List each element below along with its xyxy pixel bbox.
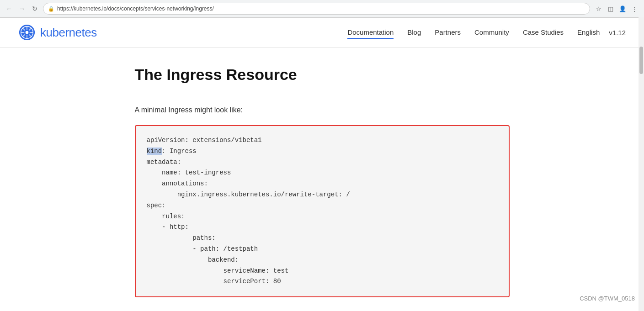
lock-icon: 🔒 <box>48 6 54 12</box>
page-title: The Ingress Resource <box>135 66 510 84</box>
code-line-5: annotations: <box>147 180 208 187</box>
code-line-12: backend: <box>147 256 239 264</box>
menu-button[interactable]: ⋮ <box>629 4 639 14</box>
nav-item-english[interactable]: English <box>577 28 600 37</box>
nav-link-community[interactable]: Community <box>474 28 509 36</box>
code-line-2: kind: Ingress <box>147 148 197 155</box>
browser-actions: ☆ ◫ 👤 ⋮ <box>594 4 639 14</box>
main-content: The Ingress Resource A minimal Ingress m… <box>0 47 644 311</box>
code-line-3: metadata: <box>147 158 181 166</box>
code-line-7: spec: <box>147 202 166 209</box>
site-logo[interactable]: kubernetes <box>18 24 97 41</box>
browser-chrome: ← → ↻ 🔒 https://kubernetes.io/docs/conce… <box>0 0 644 18</box>
code-block: apiVersion: extensions/v1beta1 kind: Ing… <box>147 135 498 287</box>
nav-item-community[interactable]: Community <box>474 28 509 37</box>
nav-links: Documentation Blog Partners Community Ca… <box>347 28 600 37</box>
reload-button[interactable]: ↻ <box>30 4 39 13</box>
code-line-14: servicePort: 80 <box>147 278 281 285</box>
nav-link-partners[interactable]: Partners <box>435 28 461 36</box>
code-block-wrapper: apiVersion: extensions/v1beta1 kind: Ing… <box>135 125 510 297</box>
intro-text: A minimal Ingress might look like: <box>135 106 510 114</box>
code-highlight-kind: kind <box>147 148 162 155</box>
forward-button[interactable]: → <box>17 4 27 13</box>
nav-item-blog[interactable]: Blog <box>407 28 421 37</box>
code-line-1: apiVersion: extensions/v1beta1 <box>147 137 262 144</box>
code-line-4: name: test-ingress <box>147 169 231 176</box>
watermark: CSDN @TWM_0518 <box>580 295 635 302</box>
code-line-13: serviceName: test <box>147 267 289 274</box>
scrollbar-track <box>639 17 644 311</box>
code-line-11: - path: /testpath <box>147 245 258 253</box>
logo-text: kubernetes <box>40 26 97 40</box>
nav-item-case-studies[interactable]: Case Studies <box>523 28 564 37</box>
page-content-area: The Ingress Resource A minimal Ingress m… <box>117 47 528 311</box>
page-title-divider <box>135 92 510 92</box>
nav-link-case-studies[interactable]: Case Studies <box>523 28 564 36</box>
nav-link-english[interactable]: English <box>577 28 600 36</box>
bookmark-star-button[interactable]: ☆ <box>594 4 604 14</box>
site-navbar: kubernetes Documentation Blog Partners C… <box>0 18 644 47</box>
code-line-8: rules: <box>147 213 185 220</box>
nav-item-documentation[interactable]: Documentation <box>347 28 394 37</box>
nav-item-partners[interactable]: Partners <box>435 28 461 37</box>
nav-version: v1.12 <box>609 29 626 37</box>
code-line-10: paths: <box>147 234 216 242</box>
address-bar[interactable]: 🔒 https://kubernetes.io/docs/concepts/se… <box>43 3 590 15</box>
url-text: https://kubernetes.io/docs/concepts/serv… <box>57 5 214 12</box>
nav-link-blog[interactable]: Blog <box>407 28 421 36</box>
svg-point-10 <box>26 31 29 34</box>
extensions-button[interactable]: ◫ <box>606 4 616 14</box>
code-line-6: nginx.ingress.kubernetes.io/rewrite-targ… <box>147 191 350 198</box>
user-profile-button[interactable]: 👤 <box>617 4 628 14</box>
browser-toolbar: ← → ↻ 🔒 https://kubernetes.io/docs/conce… <box>0 0 644 17</box>
nav-link-documentation[interactable]: Documentation <box>347 28 394 39</box>
back-button[interactable]: ← <box>5 4 14 13</box>
scrollbar-thumb[interactable] <box>639 47 643 74</box>
code-line-9: - http: <box>147 223 189 231</box>
kubernetes-logo-icon <box>18 24 36 41</box>
